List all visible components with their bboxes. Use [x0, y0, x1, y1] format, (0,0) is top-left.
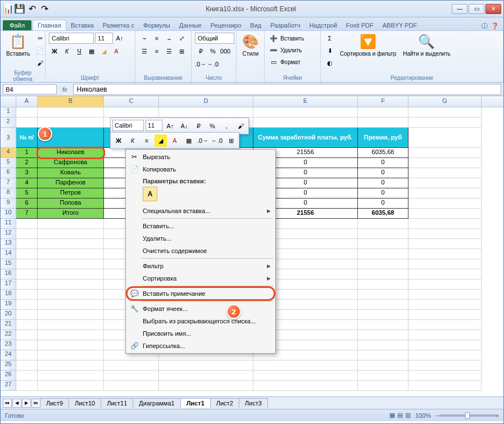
- row-header[interactable]: 17: [1, 279, 16, 290]
- row-header[interactable]: 26: [1, 371, 16, 381]
- fill-color-icon[interactable]: ◢: [98, 46, 110, 57]
- align-right-icon[interactable]: ☰: [164, 46, 175, 57]
- orientation-icon[interactable]: ⤢: [176, 33, 187, 44]
- cell[interactable]: Николаев: [38, 148, 104, 158]
- cm-hyperlink[interactable]: 🔗Гиперссылка...: [127, 340, 274, 352]
- styles-button[interactable]: 🎨 Стили: [240, 33, 261, 58]
- name-box[interactable]: [3, 84, 57, 94]
- cell[interactable]: Коваль: [38, 168, 104, 178]
- sheet-nav-first[interactable]: ⏮: [3, 399, 12, 408]
- cell[interactable]: [104, 107, 159, 118]
- tab-layout[interactable]: Разметка с: [98, 20, 139, 30]
- tab-foxit[interactable]: Foxit PDF: [342, 20, 378, 30]
- cell[interactable]: [408, 310, 482, 320]
- cell[interactable]: [38, 360, 104, 371]
- row-header[interactable]: 25: [1, 360, 16, 371]
- tab-developer[interactable]: Разработч: [266, 20, 305, 30]
- cell[interactable]: [408, 107, 482, 118]
- cell[interactable]: [408, 158, 482, 168]
- cell[interactable]: [16, 310, 38, 320]
- cell[interactable]: [38, 300, 104, 310]
- cell[interactable]: [408, 168, 482, 178]
- cell[interactable]: 0: [358, 199, 408, 209]
- row-header[interactable]: 18: [1, 290, 16, 300]
- cell[interactable]: 0: [358, 168, 408, 178]
- row-header[interactable]: 6: [1, 168, 16, 178]
- mini-border-icon[interactable]: ▦: [183, 134, 195, 147]
- row-header[interactable]: 14: [1, 249, 16, 259]
- cell[interactable]: [358, 219, 408, 229]
- cell[interactable]: [16, 239, 38, 249]
- mini-grow-font-icon[interactable]: A↑: [164, 120, 176, 132]
- cell[interactable]: [16, 259, 38, 269]
- row-header[interactable]: 13: [1, 239, 16, 249]
- fx-icon[interactable]: fx: [59, 86, 71, 93]
- increase-decimal-icon[interactable]: .0→: [195, 58, 206, 70]
- row-header[interactable]: 20: [1, 310, 16, 320]
- cell[interactable]: [104, 360, 159, 371]
- align-bottom-icon[interactable]: ⫠: [164, 33, 175, 44]
- cell[interactable]: [408, 381, 482, 391]
- row-header[interactable]: 12: [1, 229, 16, 239]
- cell[interactable]: [38, 320, 104, 330]
- row-header[interactable]: 21: [1, 320, 16, 330]
- cell[interactable]: [408, 330, 482, 340]
- cell[interactable]: [408, 279, 482, 290]
- cell[interactable]: [38, 239, 104, 249]
- tab-abbyy[interactable]: ABBYY PDF: [378, 20, 422, 30]
- autosum-icon[interactable]: Σ: [324, 33, 335, 44]
- tab-insert[interactable]: Вставка: [66, 20, 98, 30]
- tab-data[interactable]: Данные: [175, 20, 206, 30]
- cell[interactable]: [253, 118, 358, 128]
- sheet-nav-last[interactable]: ⏭: [31, 399, 40, 408]
- cell[interactable]: [16, 371, 38, 381]
- cell[interactable]: [38, 310, 104, 320]
- cell[interactable]: [16, 107, 38, 118]
- cell[interactable]: [16, 279, 38, 290]
- row-header[interactable]: 8: [1, 188, 16, 199]
- format-painter-icon[interactable]: 🖌: [34, 57, 46, 69]
- cell[interactable]: [408, 259, 482, 269]
- row-header[interactable]: 2: [1, 118, 16, 128]
- cell[interactable]: [104, 381, 159, 391]
- cell[interactable]: Попова: [38, 199, 104, 209]
- row-header[interactable]: 9: [1, 199, 16, 209]
- cell[interactable]: [16, 360, 38, 371]
- tab-review[interactable]: Рецензиро: [206, 20, 246, 30]
- cell[interactable]: [408, 320, 482, 330]
- cell[interactable]: [16, 118, 38, 128]
- clear-icon[interactable]: ◐: [324, 57, 335, 69]
- mini-shrink-font-icon[interactable]: A↓: [178, 120, 190, 132]
- cell[interactable]: [159, 107, 253, 118]
- zoom-in-button[interactable]: +: [496, 412, 499, 419]
- cell[interactable]: [358, 350, 408, 360]
- cell[interactable]: [38, 290, 104, 300]
- undo-icon[interactable]: ↶: [26, 3, 38, 15]
- copy-icon[interactable]: 📄: [34, 45, 46, 56]
- formula-input[interactable]: [73, 84, 501, 95]
- cell[interactable]: [38, 279, 104, 290]
- cell[interactable]: [358, 310, 408, 320]
- cm-cut[interactable]: ✂Вырезать: [127, 151, 274, 163]
- row-header[interactable]: 27: [1, 381, 16, 391]
- cell[interactable]: [16, 350, 38, 360]
- paste-button[interactable]: 📋 Вставить: [4, 33, 32, 58]
- cell[interactable]: Сумма заработной платы, руб.: [253, 128, 358, 148]
- cm-insert[interactable]: Вставить...: [127, 220, 274, 232]
- mini-decimal-dec-icon[interactable]: ←.0: [211, 134, 223, 147]
- sheet-tab[interactable]: Диаграмма1: [133, 398, 180, 408]
- cell[interactable]: [38, 350, 104, 360]
- row-header[interactable]: 7: [1, 178, 16, 188]
- cm-delete[interactable]: Удалить...: [127, 232, 274, 245]
- cell[interactable]: 6035,68: [358, 209, 408, 219]
- cm-paste-all-button[interactable]: A: [143, 187, 157, 201]
- cell[interactable]: [408, 229, 482, 239]
- sheet-tab[interactable]: Лист1: [180, 398, 211, 408]
- cell[interactable]: 0: [358, 178, 408, 188]
- mini-bold-button[interactable]: Ж: [112, 134, 125, 147]
- cell[interactable]: [253, 381, 358, 391]
- row-header[interactable]: 16: [1, 269, 16, 279]
- sheet-tab[interactable]: Лист3: [239, 398, 268, 408]
- row-header[interactable]: 22: [1, 330, 16, 340]
- cell[interactable]: Сафронова: [38, 158, 104, 168]
